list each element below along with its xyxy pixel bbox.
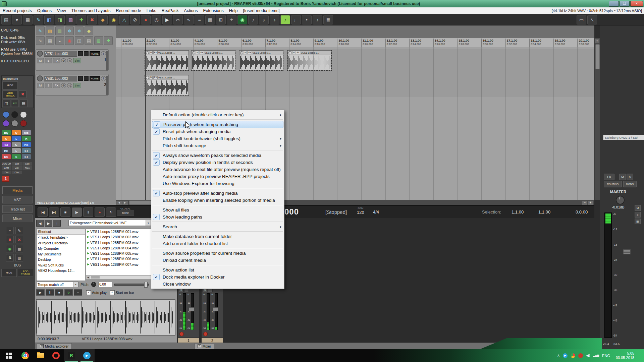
ruler-measure[interactable]: 6.1.000:10.000: [241, 39, 253, 47]
track-lane-1[interactable]: MFXVES1 Loops ...MFXVES1 Loops 1...MFXVE…: [116, 49, 594, 74]
master-folder-mini-button[interactable]: ▦: [635, 219, 641, 224]
taskbar-telegram-button[interactable]: ▶: [79, 349, 95, 362]
start-button[interactable]: [0, 349, 17, 362]
ruler-measure[interactable]: 14.1.000:26.000: [433, 39, 445, 47]
item-lock-icon[interactable]: [146, 51, 149, 54]
back-button[interactable]: ◀: [36, 220, 44, 227]
master-mute-button[interactable]: M: [619, 174, 626, 180]
plugin-tile-l[interactable]: L: [12, 136, 21, 141]
plugin-tile-s[interactable]: S: [12, 154, 21, 159]
solo-button[interactable]: S: [45, 83, 52, 88]
menu-item-show-source-properties-for-current-media[interactable]: Show source properties for current media: [152, 250, 284, 257]
automation-widget[interactable]: GLOBAL none: [117, 207, 134, 216]
route-button[interactable]: ROUTE: [90, 51, 100, 56]
selection-start[interactable]: 1.1.00: [512, 209, 524, 215]
paint-icon[interactable]: ▨: [46, 26, 54, 35]
item-left-icon[interactable]: ◧: [44, 15, 54, 24]
item-lock-icon[interactable]: [192, 51, 195, 54]
item-mute-button[interactable]: M: [244, 51, 247, 54]
plugin-tile-st[interactable]: ST: [22, 154, 31, 159]
panel-icon[interactable]: ◫: [75, 36, 84, 45]
media-item[interactable]: MFXVES1 Loops ...: [145, 50, 189, 70]
hatch-green-icon[interactable]: ▧: [94, 36, 103, 45]
ruler-measure[interactable]: 1.1.000:00.000: [121, 39, 133, 47]
phase-button[interactable]: ⊘: [61, 83, 66, 88]
stop-button[interactable]: ■: [60, 207, 70, 217]
pan-circle-icon[interactable]: [3, 111, 9, 118]
loop-mode-icon[interactable]: ◎: [152, 15, 161, 24]
volume-icon[interactable]: ◀): [586, 353, 590, 358]
taskbar-reaper-button[interactable]: R: [64, 349, 79, 362]
mixer-channel-1[interactable]: S-6-18-30-42-54-6-18-30-42-541: [177, 287, 200, 343]
plugin-mini-tile[interactable]: Dim: [2, 171, 11, 174]
path-combobox[interactable]: F:\Vengeance Electroshock vol.1\VE ▼: [68, 220, 151, 226]
menu-item-display-preview-position-in-tenths-of-se[interactable]: ✓Display preview position in tenths of s…: [152, 159, 284, 166]
clock[interactable]: 5:05 03.05.2018: [616, 351, 634, 360]
chevron-down-icon[interactable]: ▼: [146, 220, 151, 226]
add-track-button-2[interactable]: ADD TRACK: [18, 269, 33, 277]
preset-one-tile[interactable]: 1: [2, 176, 9, 182]
show-desktop-button[interactable]: [640, 349, 642, 362]
mouse-modifier-icon[interactable]: ↖: [587, 15, 597, 24]
close-red-icon[interactable]: ✖: [6, 236, 14, 243]
magnifier-icon[interactable]: ⌖: [6, 227, 14, 234]
ruler-measure[interactable]: 20.1.000:38.000: [577, 39, 589, 47]
slider-handle[interactable]: [144, 282, 148, 288]
ruler-measure[interactable]: 3.1.000:04.000: [169, 39, 181, 47]
fx-button[interactable]: FX: [53, 58, 60, 63]
go-to-start-button[interactable]: |◀: [38, 207, 48, 217]
ruler-measure[interactable]: 13.1.000:24.000: [409, 39, 421, 47]
pencil-tool-icon[interactable]: ✎: [34, 15, 43, 24]
scroll-left-button[interactable]: ◀: [116, 201, 122, 205]
note-half-icon[interactable]: ♪: [270, 15, 279, 24]
volume-slider[interactable]: [114, 284, 149, 286]
channel-fader-grip[interactable]: [213, 307, 218, 311]
channel-fader-column[interactable]: -6-18-30-42-54: [187, 293, 194, 330]
phase-button[interactable]: ⊘: [61, 58, 66, 63]
list-icon[interactable]: ≡: [195, 15, 204, 24]
menu-item-preserve-pitch-when-tempo-matching[interactable]: ✓Preserve pitch when tempo-matching: [152, 121, 283, 128]
fx-chain-button[interactable]: F.X: [11, 100, 19, 107]
bpm-value[interactable]: 120: [357, 210, 364, 215]
close-button[interactable]: ✕: [630, 1, 643, 7]
mixer-channel-2[interactable]: S-6-18-30-42-54-6-18-30-42-542: [201, 287, 223, 343]
channel-fader-grip[interactable]: [189, 307, 194, 311]
solo-button[interactable]: S: [45, 58, 52, 63]
menu-item-always-show-waveform-peaks-for-selected-[interactable]: ✓Always show waveform peaks for selected…: [152, 152, 284, 159]
menu-item-default-action-double-click-or-enter-key[interactable]: Default action (double-click or enter ke…: [152, 111, 284, 118]
plugin-tile-eq[interactable]: EQ: [2, 130, 11, 135]
plugin-tile-g[interactable]: G: [12, 142, 21, 147]
vzoom-button[interactable]: +: [595, 39, 599, 43]
play-button[interactable]: ▶: [72, 207, 82, 217]
menu-help[interactable]: Help: [226, 8, 240, 14]
plugin-tile-r[interactable]: R: [22, 136, 31, 141]
dot-icon[interactable]: •: [302, 15, 312, 24]
note-quantize-icon[interactable]: ♪: [248, 15, 258, 24]
ruler-measure[interactable]: 5.1.000:08.000: [217, 39, 229, 47]
tempo-match-combobox[interactable]: Tempo match off ▼: [36, 282, 78, 287]
trim-button[interactable]: trim: [73, 83, 81, 88]
master-solo-button[interactable]: S: [627, 174, 633, 180]
master-routing-button[interactable]: ROUTING: [604, 181, 622, 187]
donut-circle-icon[interactable]: [3, 120, 9, 127]
menu-item-enable-looping-when-inserting-selected-p[interactable]: Enable looping when inserting selected p…: [152, 197, 284, 204]
shortcut-header[interactable]: Shortcut: [37, 229, 85, 235]
preview-repeat-button[interactable]: ↻: [64, 289, 73, 296]
master-meter[interactable]: [604, 213, 612, 338]
channel-fader-column[interactable]: -6-18-30-42-54: [211, 293, 218, 330]
record-button[interactable]: ●: [95, 207, 105, 217]
fx-button[interactable]: FX: [53, 83, 60, 88]
shortcut-item[interactable]: My Documents: [37, 251, 85, 257]
channel-meter-column[interactable]: -6-18-30-42-54: [203, 293, 210, 330]
ruler-measure[interactable]: 10.1.000:18.000: [337, 39, 349, 47]
timeline-ruler[interactable]: 1.1.000:00.0002.1.000:02.0003.1.000:04.0…: [116, 38, 594, 48]
zoom-in-button[interactable]: +: [588, 201, 593, 205]
record-arm-button[interactable]: [37, 75, 43, 81]
minimize-button[interactable]: –: [609, 1, 619, 7]
item-fx-button[interactable]: FX: [153, 76, 157, 79]
network-icon[interactable]: ▂▄▆: [593, 354, 599, 357]
plugin-tile-c[interactable]: C: [2, 136, 11, 141]
menu-item-unload-current-media[interactable]: Unload current media: [152, 257, 284, 264]
pitch-knob[interactable]: [91, 282, 96, 287]
time-signature[interactable]: 4/4: [373, 209, 379, 215]
